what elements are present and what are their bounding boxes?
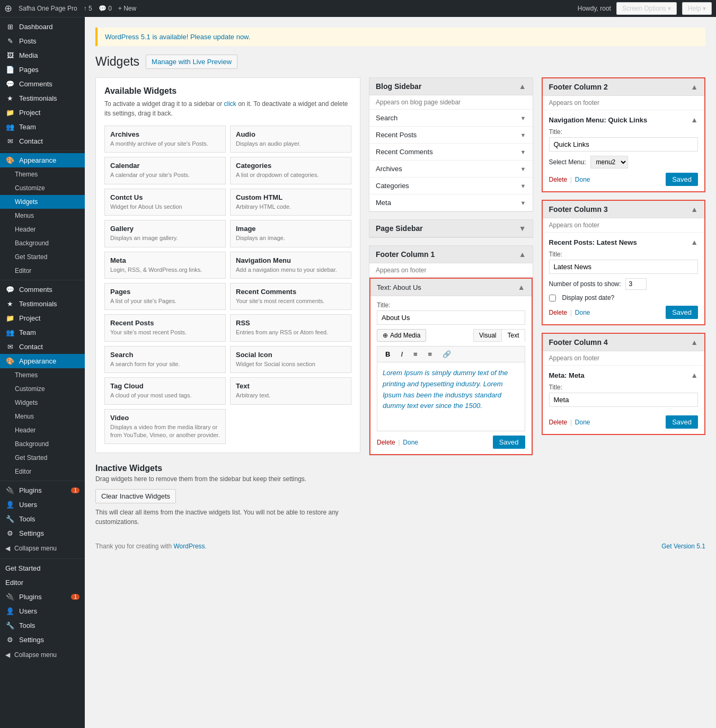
collapse-menu[interactable]: ◀ Collapse menu <box>0 540 85 556</box>
blog-sidebar-recent-posts[interactable]: Recent Posts ▼ <box>369 127 533 144</box>
recent-posts-expand-arrow[interactable]: ▼ <box>520 132 526 138</box>
footer-col3-done-link[interactable]: Done <box>575 309 590 316</box>
widget-search[interactable]: Search A search form for your site. <box>104 346 226 373</box>
sidebar-sub-themes[interactable]: Themes <box>0 167 85 181</box>
footer-col3-posts-input[interactable] <box>625 278 647 290</box>
wp-logo-icon[interactable]: ⊕ <box>4 3 12 14</box>
update-wp-link[interactable]: WordPress 5.1 <box>105 33 151 41</box>
footer-col2-collapse[interactable]: ▲ <box>691 83 698 91</box>
bold-button[interactable]: B <box>382 349 394 360</box>
link-button[interactable]: 🔗 <box>439 349 455 360</box>
footer-col3-delete-link[interactable]: Delete <box>549 309 568 316</box>
blog-sidebar-search[interactable]: Search ▼ <box>369 110 533 127</box>
editor-area[interactable]: Lorem Ipsum is simply dummy text of the … <box>377 362 525 431</box>
footer-col4-saved-button[interactable]: Saved <box>666 415 698 429</box>
sidebar-sub-get-started2[interactable]: Get Started <box>0 451 85 465</box>
widget-text[interactable]: Text Arbitrary text. <box>230 377 351 404</box>
sidebar-sub-widgets2[interactable]: Widgets <box>0 396 85 410</box>
footer-col4-widget-collapse[interactable]: ▲ <box>691 371 698 379</box>
sidebar-sub-editor2[interactable]: Editor <box>0 465 85 478</box>
screen-options-button[interactable]: Screen Options ▾ <box>616 2 677 15</box>
footer-col4-done-link[interactable]: Done <box>575 419 590 426</box>
blog-sidebar-archives[interactable]: Archives ▼ <box>369 161 533 177</box>
widget-video[interactable]: Video Displays a video from the media li… <box>104 409 226 445</box>
meta-expand-arrow[interactable]: ▼ <box>520 200 526 206</box>
sidebar-sub-header[interactable]: Header <box>0 223 85 236</box>
sidebar-sub-customize[interactable]: Customize <box>0 181 85 195</box>
updates-icon[interactable]: ↑ 5 <box>84 5 92 12</box>
footer-col2-menu-select[interactable]: menu2 menu1 menu3 <box>590 156 628 168</box>
blog-sidebar-collapse[interactable]: ▲ <box>519 82 526 91</box>
sidebar-sub-customize2[interactable]: Customize <box>0 382 85 396</box>
update-now-link[interactable]: is available! Please update now. <box>152 33 250 41</box>
text-widget-delete-link[interactable]: Delete <box>377 439 395 446</box>
title-field-input[interactable] <box>377 310 525 325</box>
collapse-menu2[interactable]: ◀ Collapse menu <box>0 647 85 663</box>
sidebar-item-appearance2[interactable]: 🎨 Appearance <box>0 354 85 368</box>
sidebar-sub-widgets[interactable]: Widgets <box>0 195 85 209</box>
widget-social-icon[interactable]: Social Icon Widget for Social icons sect… <box>230 346 351 373</box>
footer-col4-delete-link[interactable]: Delete <box>549 419 568 426</box>
clear-inactive-widgets-button[interactable]: Clear Inactive Widgets <box>95 489 176 503</box>
text-widget-done-link[interactable]: Done <box>403 439 418 446</box>
widget-pages[interactable]: Pages A list of your site's Pages. <box>104 283 226 310</box>
sidebar-item-comments[interactable]: 💬 Comments <box>0 77 85 91</box>
sidebar-item-tools[interactable]: 🔧 Tools <box>0 512 85 526</box>
visual-tab[interactable]: Visual <box>473 329 501 342</box>
sidebar-item-dashboard[interactable]: ⊞ Dashboard <box>0 20 85 34</box>
sidebar-item-plugins[interactable]: 🔌 Plugins 1 <box>0 483 85 498</box>
comments-icon[interactable]: 💬 0 <box>99 5 112 12</box>
sidebar-item-testimonials[interactable]: ★ Testimonials <box>0 91 85 105</box>
click-link[interactable]: click <box>224 100 236 108</box>
widget-calendar[interactable]: Calendar A calendar of your site's Posts… <box>104 157 226 184</box>
widget-recent-comments[interactable]: Recent Comments Your site's most recent … <box>230 283 351 310</box>
blog-sidebar-meta[interactable]: Meta ▼ <box>369 194 533 211</box>
text-widget-saved-button[interactable]: Saved <box>493 436 525 449</box>
footer-col1-collapse[interactable]: ▲ <box>519 250 526 259</box>
widget-custom-html[interactable]: Custom HTML Arbitrary HTML code. <box>230 189 351 216</box>
sidebar-item-media[interactable]: 🖼 Media <box>0 48 85 63</box>
text-widget-collapse[interactable]: ▲ <box>518 283 525 291</box>
footer-col2-done-link[interactable]: Done <box>575 176 590 183</box>
sidebar-sub-menus2[interactable]: Menus <box>0 410 85 423</box>
widget-audio[interactable]: Audio Displays an audio player. <box>230 126 351 153</box>
sidebar-item-settings[interactable]: ⚙ Settings <box>0 526 85 540</box>
widget-categories[interactable]: Categories A list or dropdown of categor… <box>230 157 351 184</box>
footer-col3-collapse[interactable]: ▲ <box>691 205 698 214</box>
unordered-list-button[interactable]: ≡ <box>410 349 421 360</box>
sidebar-item-posts[interactable]: ✎ Posts <box>0 34 85 48</box>
sidebar-sub-themes2[interactable]: Themes <box>0 368 85 382</box>
sidebar-item-pages[interactable]: 📄 Pages <box>0 63 85 77</box>
footer-col2-saved-button[interactable]: Saved <box>666 173 698 186</box>
italic-button[interactable]: I <box>397 349 406 360</box>
add-media-button[interactable]: ⊕ Add Media <box>377 329 426 342</box>
footer-col3-saved-button[interactable]: Saved <box>666 306 698 319</box>
widget-meta[interactable]: Meta Login, RSS, & WordPress.org links. <box>104 252 226 279</box>
widget-archives[interactable]: Archives A monthly archive of your site'… <box>104 126 226 153</box>
archives-expand-arrow[interactable]: ▼ <box>520 166 526 172</box>
search-expand-arrow[interactable]: ▼ <box>520 115 526 121</box>
ordered-list-button[interactable]: ≡ <box>425 349 436 360</box>
sidebar-sub-get-started[interactable]: Get Started <box>0 250 85 264</box>
sidebar-item-tools2[interactable]: 🔧 Tools <box>0 618 85 633</box>
blog-sidebar-categories[interactable]: Categories ▼ <box>369 177 533 194</box>
sidebar-item-team[interactable]: 👥 Team <box>0 120 85 134</box>
footer-version-link[interactable]: Get Version 5.1 <box>661 543 705 550</box>
footer-col2-title-input[interactable] <box>549 137 699 152</box>
widget-rss[interactable]: RSS Entries from any RSS or Atom feed. <box>230 314 351 341</box>
footer-col3-title-input[interactable] <box>549 260 699 274</box>
manage-live-preview-button[interactable]: Manage with Live Preview <box>146 55 237 69</box>
widget-recent-posts[interactable]: Recent Posts Your site's most recent Pos… <box>104 314 226 341</box>
footer-col2-widget-collapse[interactable]: ▲ <box>691 116 698 124</box>
help-button[interactable]: Help ▾ <box>682 2 712 15</box>
sidebar-sub-editor[interactable]: Editor <box>0 264 85 278</box>
categories-expand-arrow[interactable]: ▼ <box>520 183 526 189</box>
footer-col4-collapse[interactable]: ▲ <box>691 338 698 347</box>
sidebar-item-appearance[interactable]: 🎨 Appearance <box>0 153 85 167</box>
footer-wp-link[interactable]: WordPress <box>173 543 205 550</box>
recent-comments-expand-arrow[interactable]: ▼ <box>520 149 526 155</box>
footer-col3-widget-collapse[interactable]: ▲ <box>691 238 698 246</box>
blog-sidebar-recent-comments[interactable]: Recent Comments ▼ <box>369 144 533 161</box>
sidebar-item-comments2[interactable]: 💬 Comments <box>0 282 85 297</box>
footer-col4-title-input[interactable] <box>549 393 699 407</box>
